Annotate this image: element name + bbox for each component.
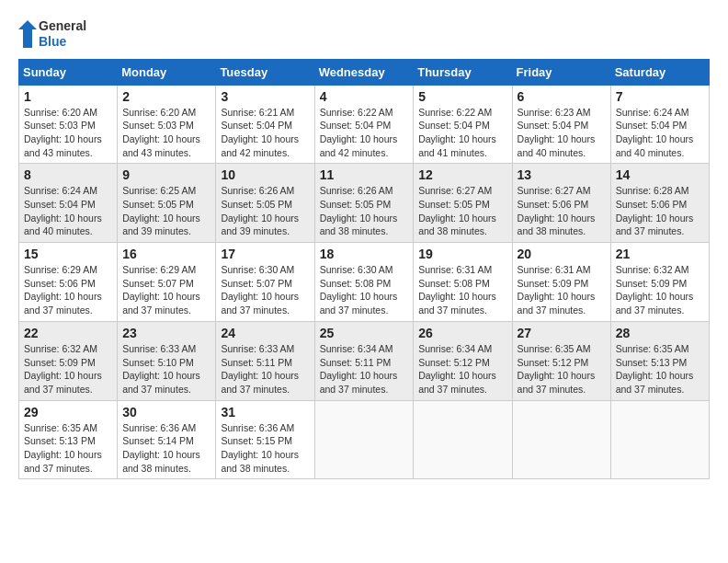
table-row: 29 Sunrise: 6:35 AMSunset: 5:13 PMDaylig… bbox=[19, 400, 118, 479]
table-row: 21 Sunrise: 6:32 AMSunset: 5:09 PMDaylig… bbox=[610, 243, 709, 322]
table-row: 25 Sunrise: 6:34 AMSunset: 5:11 PMDaylig… bbox=[314, 321, 414, 400]
day-info: Sunrise: 6:32 AMSunset: 5:09 PMDaylight:… bbox=[616, 263, 704, 317]
page-header: General Blue bbox=[18, 18, 710, 50]
table-row: 17 Sunrise: 6:30 AMSunset: 5:07 PMDaylig… bbox=[216, 243, 314, 322]
day-number: 3 bbox=[221, 89, 309, 104]
table-row: 22 Sunrise: 6:32 AMSunset: 5:09 PMDaylig… bbox=[19, 321, 118, 400]
day-number: 16 bbox=[122, 247, 210, 261]
table-row: 31 Sunrise: 6:36 AMSunset: 5:15 PMDaylig… bbox=[216, 400, 314, 479]
table-row: 23 Sunrise: 6:33 AMSunset: 5:10 PMDaylig… bbox=[118, 321, 216, 400]
day-number: 21 bbox=[616, 247, 704, 261]
day-number: 28 bbox=[616, 326, 704, 340]
day-info: Sunrise: 6:31 AMSunset: 5:09 PMDaylight:… bbox=[518, 263, 606, 317]
day-info: Sunrise: 6:32 AMSunset: 5:09 PMDaylight:… bbox=[24, 342, 112, 396]
logo-blue: Blue bbox=[39, 34, 86, 50]
table-row: 15 Sunrise: 6:29 AMSunset: 5:06 PMDaylig… bbox=[19, 243, 118, 322]
logo-general: General bbox=[39, 18, 86, 34]
table-row: 14 Sunrise: 6:28 AMSunset: 5:06 PMDaylig… bbox=[610, 164, 709, 243]
day-info: Sunrise: 6:22 AMSunset: 5:04 PMDaylight:… bbox=[418, 106, 506, 160]
day-info: Sunrise: 6:34 AMSunset: 5:11 PMDaylight:… bbox=[320, 342, 409, 396]
day-number: 13 bbox=[518, 167, 606, 182]
day-number: 10 bbox=[221, 167, 309, 182]
calendar-week-3: 15 Sunrise: 6:29 AMSunset: 5:06 PMDaylig… bbox=[19, 243, 710, 322]
header-wednesday: Wednesday bbox=[314, 59, 414, 85]
calendar-header-row: Sunday Monday Tuesday Wednesday Thursday… bbox=[19, 59, 710, 85]
table-row: 1 Sunrise: 6:20 AMSunset: 5:03 PMDayligh… bbox=[19, 85, 118, 164]
table-row: 10 Sunrise: 6:26 AMSunset: 5:05 PMDaylig… bbox=[216, 164, 314, 243]
day-info: Sunrise: 6:20 AMSunset: 5:03 PMDaylight:… bbox=[122, 106, 210, 160]
table-row: 13 Sunrise: 6:27 AMSunset: 5:06 PMDaylig… bbox=[512, 164, 610, 243]
table-row: 8 Sunrise: 6:24 AMSunset: 5:04 PMDayligh… bbox=[19, 164, 118, 243]
day-info: Sunrise: 6:31 AMSunset: 5:08 PMDaylight:… bbox=[418, 263, 506, 317]
table-row: 30 Sunrise: 6:36 AMSunset: 5:14 PMDaylig… bbox=[118, 400, 216, 479]
table-row: 7 Sunrise: 6:24 AMSunset: 5:04 PMDayligh… bbox=[610, 85, 709, 164]
logo-container: General Blue bbox=[18, 18, 86, 50]
day-info: Sunrise: 6:20 AMSunset: 5:03 PMDaylight:… bbox=[24, 106, 112, 160]
table-row: 20 Sunrise: 6:31 AMSunset: 5:09 PMDaylig… bbox=[512, 243, 610, 322]
day-info: Sunrise: 6:35 AMSunset: 5:13 PMDaylight:… bbox=[616, 342, 704, 396]
day-number: 5 bbox=[418, 89, 506, 104]
day-info: Sunrise: 6:34 AMSunset: 5:12 PMDaylight:… bbox=[418, 342, 506, 396]
day-number: 14 bbox=[616, 167, 704, 182]
day-info: Sunrise: 6:36 AMSunset: 5:14 PMDaylight:… bbox=[122, 421, 210, 476]
day-info: Sunrise: 6:22 AMSunset: 5:04 PMDaylight:… bbox=[320, 106, 409, 160]
calendar-week-1: 1 Sunrise: 6:20 AMSunset: 5:03 PMDayligh… bbox=[19, 85, 710, 164]
header-monday: Monday bbox=[118, 59, 216, 85]
day-number: 19 bbox=[418, 247, 506, 261]
table-row: 11 Sunrise: 6:26 AMSunset: 5:05 PMDaylig… bbox=[314, 164, 414, 243]
calendar-week-4: 22 Sunrise: 6:32 AMSunset: 5:09 PMDaylig… bbox=[19, 321, 710, 400]
svg-marker-0 bbox=[18, 20, 37, 48]
table-row bbox=[610, 400, 709, 479]
day-info: Sunrise: 6:35 AMSunset: 5:13 PMDaylight:… bbox=[24, 421, 112, 476]
day-info: Sunrise: 6:28 AMSunset: 5:06 PMDaylight:… bbox=[616, 184, 704, 238]
day-info: Sunrise: 6:23 AMSunset: 5:04 PMDaylight:… bbox=[518, 106, 606, 160]
day-info: Sunrise: 6:29 AMSunset: 5:07 PMDaylight:… bbox=[122, 263, 210, 317]
day-info: Sunrise: 6:33 AMSunset: 5:10 PMDaylight:… bbox=[122, 342, 210, 396]
day-info: Sunrise: 6:29 AMSunset: 5:06 PMDaylight:… bbox=[24, 263, 112, 317]
day-number: 6 bbox=[518, 89, 606, 104]
table-row: 28 Sunrise: 6:35 AMSunset: 5:13 PMDaylig… bbox=[610, 321, 709, 400]
day-info: Sunrise: 6:33 AMSunset: 5:11 PMDaylight:… bbox=[221, 342, 309, 396]
logo-icon bbox=[18, 20, 37, 48]
table-row: 9 Sunrise: 6:25 AMSunset: 5:05 PMDayligh… bbox=[118, 164, 216, 243]
header-thursday: Thursday bbox=[414, 59, 512, 85]
calendar-week-5: 29 Sunrise: 6:35 AMSunset: 5:13 PMDaylig… bbox=[19, 400, 710, 479]
header-tuesday: Tuesday bbox=[216, 59, 314, 85]
day-info: Sunrise: 6:30 AMSunset: 5:07 PMDaylight:… bbox=[221, 263, 309, 317]
day-info: Sunrise: 6:26 AMSunset: 5:05 PMDaylight:… bbox=[320, 184, 409, 238]
day-number: 1 bbox=[24, 89, 112, 104]
header-sunday: Sunday bbox=[19, 59, 118, 85]
day-info: Sunrise: 6:36 AMSunset: 5:15 PMDaylight:… bbox=[221, 421, 309, 476]
day-number: 8 bbox=[24, 167, 112, 182]
table-row: 26 Sunrise: 6:34 AMSunset: 5:12 PMDaylig… bbox=[414, 321, 512, 400]
day-number: 26 bbox=[418, 326, 506, 340]
day-number: 18 bbox=[320, 247, 409, 261]
header-saturday: Saturday bbox=[610, 59, 709, 85]
day-info: Sunrise: 6:35 AMSunset: 5:12 PMDaylight:… bbox=[518, 342, 606, 396]
table-row: 16 Sunrise: 6:29 AMSunset: 5:07 PMDaylig… bbox=[118, 243, 216, 322]
day-info: Sunrise: 6:24 AMSunset: 5:04 PMDaylight:… bbox=[24, 184, 112, 238]
header-friday: Friday bbox=[512, 59, 610, 85]
day-info: Sunrise: 6:26 AMSunset: 5:05 PMDaylight:… bbox=[221, 184, 309, 238]
table-row: 5 Sunrise: 6:22 AMSunset: 5:04 PMDayligh… bbox=[414, 85, 512, 164]
day-number: 17 bbox=[221, 247, 309, 261]
table-row: 19 Sunrise: 6:31 AMSunset: 5:08 PMDaylig… bbox=[414, 243, 512, 322]
table-row bbox=[512, 400, 610, 479]
day-number: 25 bbox=[320, 326, 409, 340]
table-row: 18 Sunrise: 6:30 AMSunset: 5:08 PMDaylig… bbox=[314, 243, 414, 322]
day-number: 22 bbox=[24, 326, 112, 340]
table-row: 27 Sunrise: 6:35 AMSunset: 5:12 PMDaylig… bbox=[512, 321, 610, 400]
logo: General Blue bbox=[18, 18, 86, 50]
day-info: Sunrise: 6:21 AMSunset: 5:04 PMDaylight:… bbox=[221, 106, 309, 160]
day-info: Sunrise: 6:27 AMSunset: 5:06 PMDaylight:… bbox=[518, 184, 606, 238]
table-row: 24 Sunrise: 6:33 AMSunset: 5:11 PMDaylig… bbox=[216, 321, 314, 400]
day-number: 31 bbox=[221, 405, 309, 419]
table-row: 12 Sunrise: 6:27 AMSunset: 5:05 PMDaylig… bbox=[414, 164, 512, 243]
day-info: Sunrise: 6:24 AMSunset: 5:04 PMDaylight:… bbox=[616, 106, 704, 160]
table-row bbox=[314, 400, 414, 479]
table-row: 6 Sunrise: 6:23 AMSunset: 5:04 PMDayligh… bbox=[512, 85, 610, 164]
day-info: Sunrise: 6:30 AMSunset: 5:08 PMDaylight:… bbox=[320, 263, 409, 317]
day-number: 20 bbox=[518, 247, 606, 261]
day-number: 15 bbox=[24, 247, 112, 261]
day-number: 23 bbox=[122, 326, 210, 340]
